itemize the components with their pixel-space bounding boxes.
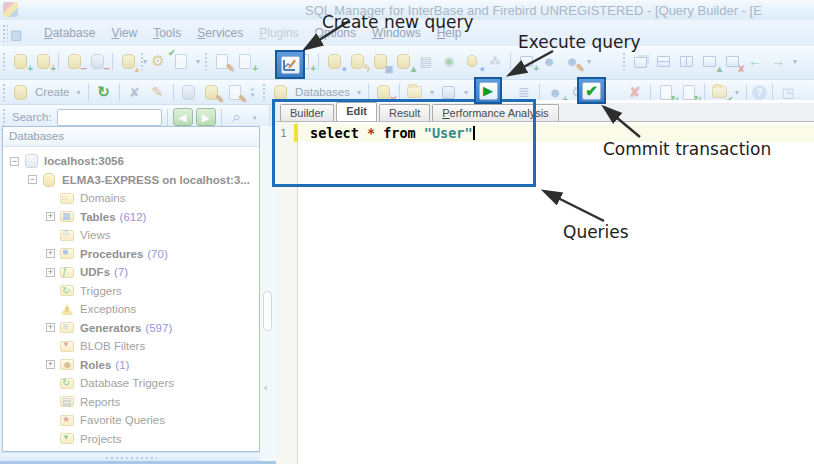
databases-dropdown-icon[interactable] bbox=[270, 82, 290, 102]
chevron-down-icon[interactable] bbox=[355, 88, 363, 97]
tree-item-database-triggers[interactable]: Database Triggers bbox=[3, 374, 259, 393]
tree-item-procedures[interactable]: Procedures (70) bbox=[3, 245, 259, 264]
database-monitor-icon[interactable] bbox=[324, 51, 344, 71]
tree-item-database[interactable]: ELMA3-EXPRESS on localhost:3... bbox=[3, 171, 259, 190]
tree-item-blob-filters[interactable]: BLOB Filters bbox=[3, 337, 259, 356]
tree-item-udfs[interactable]: UDFs (7) bbox=[3, 263, 259, 282]
menu-tools[interactable]: Tools bbox=[145, 23, 189, 43]
create-object-icon[interactable] bbox=[10, 82, 30, 102]
commit-retaining-icon[interactable] bbox=[656, 82, 676, 102]
previous-window-icon[interactable] bbox=[745, 51, 765, 71]
search-input[interactable] bbox=[57, 109, 162, 126]
cascade-windows-icon[interactable] bbox=[630, 51, 650, 71]
close-all-windows-icon[interactable] bbox=[722, 51, 742, 71]
menu-services[interactable]: Services bbox=[189, 23, 251, 43]
open-file-icon[interactable] bbox=[405, 82, 425, 102]
services-icon[interactable] bbox=[148, 51, 168, 71]
tree-item-reports[interactable]: Reports bbox=[3, 393, 259, 412]
toolbar-overflow-icon[interactable] bbox=[248, 87, 258, 97]
menu-database[interactable]: Database bbox=[36, 23, 103, 43]
tree-item-domains[interactable]: Domains bbox=[3, 189, 259, 208]
chevron-down-icon[interactable] bbox=[194, 57, 202, 66]
tree-item-roles[interactable]: Roles (1) bbox=[3, 356, 259, 375]
edit-object-icon[interactable] bbox=[202, 82, 222, 102]
tab-edit[interactable]: Edit bbox=[336, 102, 377, 121]
duplicate-object-icon[interactable] bbox=[516, 51, 536, 71]
tree-item-views[interactable]: Views bbox=[3, 226, 259, 245]
tree-item-tables[interactable]: Tables (612) bbox=[3, 208, 259, 227]
menu-grip bbox=[2, 24, 8, 42]
html-report-icon[interactable] bbox=[439, 51, 459, 71]
globe-database-icon[interactable] bbox=[462, 51, 482, 71]
vertical-splitter[interactable] bbox=[260, 126, 276, 464]
extract-metadata-icon[interactable] bbox=[370, 51, 390, 71]
format-brush-icon[interactable] bbox=[148, 82, 168, 102]
tab-builder[interactable]: Builder bbox=[280, 104, 334, 121]
expand-icon[interactable] bbox=[46, 323, 55, 332]
remove-database-icon[interactable] bbox=[374, 82, 394, 102]
dependency-tree-icon[interactable] bbox=[485, 51, 505, 71]
collapse-icon[interactable] bbox=[10, 157, 19, 166]
tile-horizontal-icon[interactable] bbox=[653, 51, 673, 71]
expand-icon[interactable] bbox=[46, 268, 55, 277]
tree-item-projects[interactable]: Projects bbox=[3, 430, 259, 449]
tree-item-exceptions[interactable]: Exceptions bbox=[3, 300, 259, 319]
grant-manager-icon[interactable] bbox=[562, 51, 582, 71]
sql-text-line[interactable]: select * from "User" bbox=[310, 125, 475, 141]
views-icon bbox=[59, 228, 75, 242]
refresh-icon[interactable] bbox=[94, 82, 114, 102]
chevron-down-icon[interactable] bbox=[428, 88, 436, 97]
collapse-icon[interactable] bbox=[28, 175, 37, 184]
toolbar-overflow-icon[interactable] bbox=[250, 115, 260, 120]
sql-editor-icon[interactable] bbox=[212, 51, 232, 71]
drop-database-icon[interactable] bbox=[118, 51, 138, 71]
sidebar-scrollbar-thumb[interactable] bbox=[263, 291, 272, 331]
tree-search-icon[interactable] bbox=[227, 107, 247, 127]
tab-result[interactable]: Result bbox=[379, 104, 430, 121]
chevron-down-icon[interactable] bbox=[791, 57, 799, 66]
save-icon[interactable] bbox=[439, 82, 459, 102]
register-database-icon[interactable] bbox=[33, 51, 53, 71]
expand-icon[interactable] bbox=[46, 212, 55, 221]
next-window-icon[interactable] bbox=[768, 51, 788, 71]
tile-vertical-icon[interactable] bbox=[676, 51, 696, 71]
databases-dropdown[interactable]: Databases bbox=[293, 86, 352, 98]
tab-performance-analysis[interactable]: Performance Analysis bbox=[432, 104, 558, 121]
chevron-down-icon[interactable] bbox=[733, 88, 741, 97]
user-manager-icon[interactable] bbox=[539, 51, 559, 71]
search-previous-button[interactable] bbox=[173, 108, 193, 126]
commit-transaction-icon[interactable] bbox=[577, 77, 606, 104]
register-host-icon[interactable] bbox=[10, 51, 30, 71]
chevron-down-icon[interactable] bbox=[75, 88, 83, 97]
execute-query-icon[interactable] bbox=[474, 77, 502, 104]
chevron-down-icon[interactable] bbox=[585, 57, 593, 66]
new-sql-editor-icon[interactable] bbox=[235, 51, 255, 71]
add-record-icon[interactable] bbox=[545, 82, 565, 102]
tree-item-favorite-queries[interactable]: Favorite Queries bbox=[3, 411, 259, 430]
search-next-button[interactable] bbox=[196, 108, 216, 126]
expand-icon[interactable] bbox=[46, 249, 55, 258]
sql-editor-area[interactable]: 1 select * from "User" bbox=[276, 122, 814, 464]
export-database-icon[interactable] bbox=[393, 51, 413, 71]
help-icon[interactable] bbox=[752, 85, 767, 100]
restore-window-icon[interactable] bbox=[699, 51, 719, 71]
sql-identifier: "User" bbox=[424, 125, 473, 141]
collapse-sidebar-icon[interactable] bbox=[264, 382, 267, 393]
query-manager-icon[interactable] bbox=[710, 82, 730, 102]
new-query-builder-icon[interactable] bbox=[275, 50, 305, 79]
unregister-database-icon[interactable] bbox=[64, 51, 84, 71]
horizontal-splitter[interactable] bbox=[2, 452, 260, 461]
tree-item-triggers[interactable]: Triggers bbox=[3, 282, 259, 301]
unregister-host-icon[interactable] bbox=[87, 51, 107, 71]
tree-item-generators[interactable]: Generators (597) bbox=[3, 319, 259, 338]
print-icon[interactable] bbox=[416, 51, 436, 71]
rollback-transaction-icon[interactable] bbox=[625, 82, 645, 102]
rollback-retaining-icon[interactable] bbox=[679, 82, 699, 102]
create-button[interactable]: Create bbox=[33, 86, 72, 98]
task-list-icon[interactable] bbox=[171, 51, 191, 71]
expand-icon[interactable] bbox=[46, 360, 55, 369]
menu-view[interactable]: View bbox=[103, 23, 145, 43]
sql-script-icon[interactable] bbox=[347, 51, 367, 71]
tree-item-host[interactable]: localhost:3056 bbox=[3, 152, 259, 171]
chevron-down-icon[interactable] bbox=[462, 88, 470, 97]
